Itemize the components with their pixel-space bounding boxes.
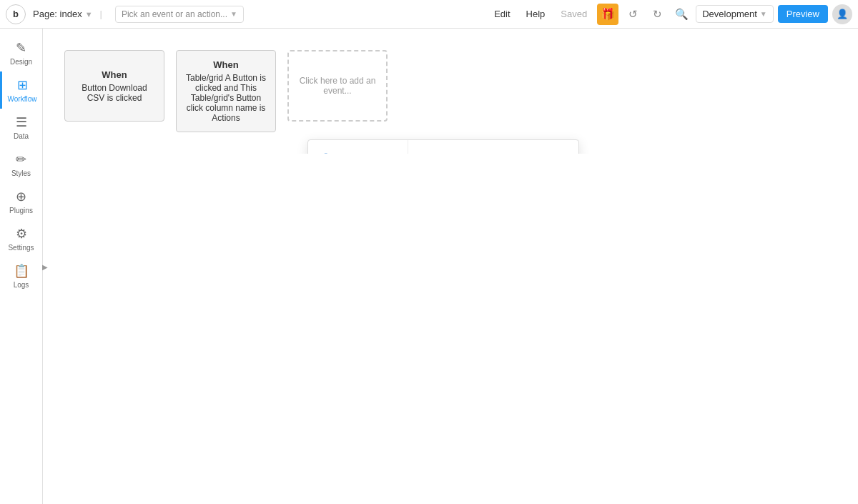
add-event-label: Click here to add an event... bbox=[297, 76, 378, 96]
sidebar-item-data[interactable]: ☰ Data bbox=[0, 109, 42, 146]
environment-selector[interactable]: Development ▼ bbox=[696, 5, 774, 23]
gift-icon[interactable]: 🎁 bbox=[597, 4, 618, 25]
user-avatar[interactable]: 👤 bbox=[832, 4, 852, 24]
sidebar-item-workflow[interactable]: ⊞ Workflow bbox=[0, 71, 42, 109]
saved-status: Saved bbox=[555, 6, 593, 22]
preview-button[interactable]: Preview bbox=[778, 5, 828, 23]
card1-title: When bbox=[102, 69, 127, 80]
undo-button[interactable]: ↺ bbox=[623, 4, 643, 24]
help-menu[interactable]: Help bbox=[521, 6, 551, 22]
dropdown-items: An element is clicked A Table / grid Cel… bbox=[408, 140, 578, 154]
workflow-card-2[interactable]: When Table/grid A Button is clicked and … bbox=[176, 50, 276, 132]
env-label: Development bbox=[702, 9, 757, 19]
workflow-label: Workflow bbox=[8, 95, 37, 103]
topbar: b Page: index ▼ | Pick an event or an ac… bbox=[0, 0, 858, 29]
dropdown-categories: 👤 General ⊞ Elements ⚙ Custom bbox=[308, 140, 408, 154]
design-label: Design bbox=[10, 58, 32, 66]
event-picker-label: Pick an event or an action... bbox=[122, 9, 227, 19]
card1-body: Button Download CSV is clicked bbox=[74, 83, 155, 103]
redo-button[interactable]: ↻ bbox=[647, 4, 667, 24]
sidebar: ✎ Design ⊞ Workflow ☰ Data ✏ Styles ⊕ Pl… bbox=[0, 29, 43, 154]
logo: b bbox=[6, 4, 26, 24]
dropdown-item-element-clicked[interactable]: An element is clicked bbox=[408, 144, 578, 154]
event-dropdown: 👤 General ⊞ Elements ⚙ Custom An element… bbox=[307, 139, 579, 154]
design-icon: ✎ bbox=[16, 40, 26, 56]
add-event-card[interactable]: Click here to add an event... bbox=[287, 50, 388, 122]
workflow-icon: ⊞ bbox=[17, 77, 28, 93]
main-content: When Button Download CSV is clicked When… bbox=[43, 29, 858, 154]
edit-menu[interactable]: Edit bbox=[488, 6, 516, 22]
sidebar-item-styles[interactable]: ✏ Styles bbox=[0, 146, 42, 154]
general-icon: 👤 bbox=[320, 153, 332, 154]
page-name: Page: index bbox=[33, 9, 82, 19]
category-general[interactable]: 👤 General bbox=[308, 146, 408, 154]
styles-icon: ✏ bbox=[16, 152, 26, 154]
workflow-card-1[interactable]: When Button Download CSV is clicked bbox=[64, 50, 164, 122]
search-button[interactable]: 🔍 bbox=[671, 4, 691, 24]
card2-title: When bbox=[213, 59, 238, 70]
workflow-cards: When Button Download CSV is clicked When… bbox=[64, 50, 837, 132]
sidebar-item-design[interactable]: ✎ Design bbox=[0, 34, 42, 71]
event-picker[interactable]: Pick an event or an action... ▼ bbox=[115, 6, 244, 23]
data-label: Data bbox=[14, 132, 29, 140]
category-general-label: General bbox=[337, 154, 370, 154]
card2-body: Table/grid A Button is clicked and This … bbox=[185, 73, 267, 123]
page-label: Page: index ▼ bbox=[33, 9, 93, 19]
data-icon: ☰ bbox=[16, 114, 27, 130]
